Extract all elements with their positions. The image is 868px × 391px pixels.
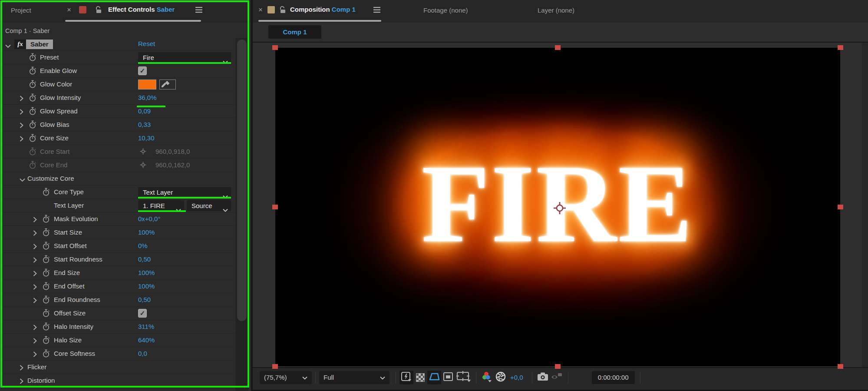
layer-handle-bottom-right[interactable] — [838, 364, 843, 369]
twirl-icon[interactable] — [20, 378, 26, 384]
layer-handle-top-right[interactable] — [838, 45, 843, 50]
twirl-icon[interactable] — [33, 270, 39, 276]
stopwatch-icon[interactable] — [29, 134, 36, 142]
stopwatch-icon[interactable] — [42, 228, 50, 237]
twirl-icon[interactable] — [33, 297, 39, 303]
stopwatch-icon[interactable] — [42, 188, 50, 196]
unlock-icon[interactable] — [279, 6, 286, 13]
timecode-display[interactable]: 0:00:00:00 — [592, 371, 635, 384]
property-value[interactable]: 0,33 — [138, 121, 151, 128]
tab-layer[interactable]: Layer (none) — [538, 7, 574, 14]
stopwatch-icon[interactable] — [42, 242, 50, 250]
anchor-point-icon[interactable] — [553, 202, 566, 216]
stopwatch-icon[interactable] — [42, 268, 50, 277]
channel-settings-button[interactable] — [480, 371, 494, 384]
property-label[interactable]: Flicker — [27, 363, 46, 371]
source-dropdown[interactable]: Source — [187, 200, 231, 211]
effect-name[interactable]: Saber — [26, 40, 53, 49]
effect-twirl-icon[interactable] — [5, 42, 11, 48]
stopwatch-icon[interactable] — [42, 255, 50, 264]
stopwatch-icon[interactable] — [29, 93, 36, 102]
twirl-icon[interactable] — [33, 351, 39, 357]
property-value[interactable]: 0x+0,0° — [138, 215, 160, 222]
twirl-icon[interactable] — [20, 95, 26, 101]
twirl-icon[interactable] — [20, 122, 26, 128]
twirl-icon[interactable] — [33, 230, 39, 236]
layer-handle-bottom-left[interactable] — [272, 364, 278, 369]
show-snapshot-button[interactable] — [550, 371, 564, 384]
twirl-icon[interactable] — [33, 338, 39, 344]
close-tab-icon[interactable]: × — [67, 6, 71, 14]
glow-color-swatch[interactable] — [138, 80, 156, 89]
stopwatch-icon[interactable] — [42, 309, 50, 318]
transparency-grid-button[interactable] — [413, 371, 427, 384]
layer-handle-mid-left[interactable] — [272, 205, 278, 209]
grid-and-guides-button[interactable] — [455, 371, 472, 384]
layer-handle-top-center[interactable] — [555, 45, 561, 50]
property-value[interactable]: 0,50 — [138, 255, 151, 263]
twirl-icon[interactable] — [33, 324, 39, 330]
property-value[interactable]: 100% — [138, 269, 155, 276]
stopwatch-icon[interactable] — [42, 295, 50, 304]
stopwatch-icon[interactable] — [29, 80, 36, 89]
reset-exposure-button[interactable] — [494, 371, 508, 384]
panel-menu-icon[interactable] — [373, 7, 380, 13]
property-value[interactable]: 0,50 — [138, 296, 151, 303]
twirl-icon[interactable] — [33, 216, 39, 222]
twirl-icon[interactable] — [33, 284, 39, 290]
layer-handle-mid-right[interactable] — [838, 205, 843, 209]
stopwatch-icon[interactable] — [29, 66, 36, 75]
take-snapshot-button[interactable] — [536, 371, 550, 384]
magnification-dropdown[interactable]: (75,7%) — [260, 371, 312, 384]
twirl-icon[interactable] — [20, 136, 26, 142]
stopwatch-icon[interactable] — [42, 349, 50, 358]
layer-handle-top-left[interactable] — [272, 45, 278, 50]
fast-previews-button[interactable] — [399, 371, 413, 384]
preset-dropdown[interactable]: Fire — [138, 52, 231, 63]
close-tab-icon[interactable]: × — [258, 6, 263, 14]
tab-effect-controls[interactable]: Effect Controls Saber — [108, 6, 175, 13]
property-value[interactable]: 0% — [138, 242, 148, 249]
stopwatch-icon[interactable] — [42, 322, 50, 331]
layer-handle-bottom-center[interactable] — [555, 364, 561, 369]
tab-footage[interactable]: Footage (none) — [423, 7, 468, 14]
property-label[interactable]: Distortion — [27, 377, 55, 384]
twirl-icon[interactable] — [20, 176, 26, 182]
mask-visibility-button[interactable] — [427, 371, 441, 384]
property-value[interactable]: 10,30 — [138, 134, 155, 142]
stopwatch-icon[interactable] — [29, 120, 36, 129]
twirl-icon[interactable] — [20, 364, 26, 371]
property-value[interactable]: 0,0 — [138, 350, 147, 357]
enable-glow-checkbox[interactable]: ✓ — [138, 66, 147, 75]
stopwatch-icon[interactable] — [29, 147, 36, 156]
tab-composition[interactable]: Composition Comp 1 — [290, 6, 356, 13]
core-type-dropdown[interactable]: Text Layer — [138, 187, 231, 198]
offset-size-checkbox[interactable]: ✓ — [138, 309, 147, 318]
stopwatch-icon[interactable] — [29, 161, 36, 169]
stopwatch-icon[interactable] — [29, 53, 36, 62]
stopwatch-icon[interactable] — [29, 107, 36, 116]
property-value[interactable]: 100% — [138, 229, 155, 236]
property-label[interactable]: Customize Core — [27, 175, 74, 182]
stopwatch-icon[interactable] — [42, 336, 50, 345]
stopwatch-icon[interactable] — [42, 215, 50, 223]
reset-button[interactable]: Reset — [138, 40, 155, 47]
comp-1-tab[interactable]: Comp 1 — [268, 25, 321, 39]
property-value[interactable]: 311% — [138, 323, 154, 330]
property-value[interactable]: 36,0% — [138, 94, 157, 101]
twirl-icon[interactable] — [33, 243, 39, 249]
text-layer-dropdown[interactable]: 1. FIRE — [138, 200, 184, 211]
property-value[interactable]: 0,09 — [138, 107, 151, 115]
property-value[interactable]: 640% — [138, 336, 155, 344]
eyedropper-icon[interactable] — [159, 80, 176, 89]
scrollbar-thumb[interactable] — [237, 40, 247, 321]
panel-menu-icon[interactable] — [195, 7, 202, 13]
region-of-interest-button[interactable] — [441, 371, 455, 384]
twirl-icon[interactable] — [33, 257, 39, 263]
twirl-icon[interactable] — [20, 109, 26, 115]
exposure-value[interactable]: +0,0 — [510, 374, 523, 381]
scrollbar-track[interactable] — [235, 38, 248, 391]
tab-project[interactable]: Project — [11, 7, 31, 14]
stopwatch-icon[interactable] — [42, 282, 50, 291]
resolution-dropdown[interactable]: Full — [319, 371, 389, 384]
